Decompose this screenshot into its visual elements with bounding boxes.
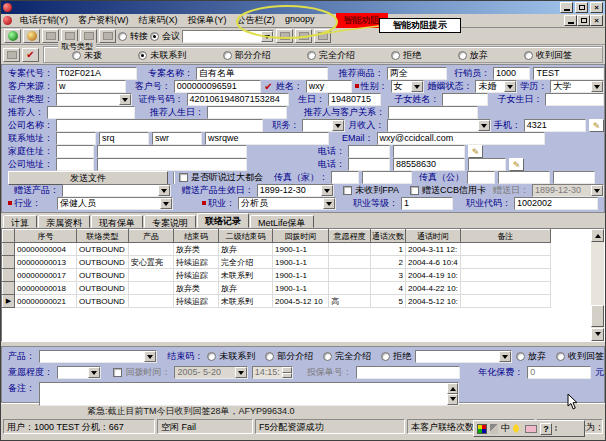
soft-keyboard-icon[interactable] [525, 425, 537, 433]
phone-office-input-1[interactable] [348, 158, 390, 171]
birthday-input[interactable]: 19480715 [328, 93, 381, 106]
column-header[interactable]: 通话次数 [371, 230, 406, 243]
product-input[interactable]: 两全 [387, 67, 447, 80]
fpa-checkbox[interactable]: 未收到FPA [343, 184, 399, 197]
chevron-down-icon[interactable] [144, 351, 156, 362]
endcode-option[interactable]: 未联系到 [207, 350, 255, 363]
ccb-checkbox[interactable]: 赠送CCB信用卡 [410, 184, 486, 197]
chevron-down-icon[interactable] [261, 31, 273, 42]
contact-addr-input-3[interactable]: swr [152, 132, 202, 145]
menu-item[interactable]: 公告栏(Z) [232, 13, 281, 28]
scroll-up-icon[interactable] [591, 229, 604, 242]
chevron-down-icon[interactable] [332, 120, 344, 131]
tab[interactable]: 现有保单 [91, 215, 143, 228]
dial-type-option[interactable]: 放弃 [458, 49, 488, 62]
source-input[interactable]: w [56, 80, 126, 93]
referrer-rel-input[interactable] [388, 106, 478, 119]
scrollbar-thumb[interactable] [591, 305, 604, 327]
callback-checkbox[interactable]: 回拨时间： [113, 366, 170, 379]
contact-addr-input-1[interactable] [56, 132, 96, 145]
tab[interactable]: 联络记录 [197, 213, 249, 228]
table-row[interactable]: 00000000018OUTBOUND放弃类放弃1900-1-142004-4-… [3, 282, 551, 295]
dial-button[interactable] [4, 29, 21, 43]
customer-no-input[interactable]: 000000096591 [174, 80, 262, 93]
column-header[interactable]: 序号 [15, 230, 77, 243]
policy-no-input[interactable] [356, 366, 460, 379]
phone-office-input-2[interactable]: 88558630 [393, 158, 465, 171]
chevron-down-icon[interactable] [158, 185, 170, 196]
mdi-restore-button[interactable] [577, 15, 590, 26]
table-row[interactable]: 00000000004OUTBOUND放弃类放弃1900-1-112004-3-… [3, 243, 551, 256]
child-name-input[interactable] [442, 93, 488, 106]
editor-product-combo[interactable] [39, 350, 157, 363]
industry-combo[interactable]: 保健人员 [57, 197, 173, 210]
menu-item[interactable]: gnoopy [280, 13, 320, 28]
ime-mode-indicator[interactable]: 中 [501, 422, 510, 435]
chevron-down-icon[interactable] [119, 94, 131, 105]
hangup-button[interactable] [23, 29, 40, 43]
mdi-close-button[interactable]: × [590, 15, 603, 26]
id-no-input[interactable]: 420106194807153284 [187, 93, 289, 106]
menu-item[interactable]: 电话行销(Y) [15, 13, 73, 28]
referrer-input[interactable] [47, 106, 135, 119]
menu-item[interactable]: 结束码(X) [134, 13, 183, 28]
ime-toolbar[interactable]: 中 ? [473, 420, 585, 437]
dial-type-option[interactable]: 完全介绍 [307, 49, 355, 62]
chevron-down-icon[interactable] [321, 185, 333, 196]
phone-home-input-1[interactable] [348, 145, 390, 158]
column-header[interactable]: 产品 [129, 230, 174, 243]
project-name-input[interactable]: 自有名单 [196, 67, 328, 80]
chevron-down-icon[interactable] [499, 351, 511, 362]
dial-type-option[interactable]: 收到回签 [524, 49, 572, 62]
occ-code-input[interactable]: 1002002 [514, 197, 598, 210]
contact-addr-input-2[interactable]: srq [99, 132, 149, 145]
column-header[interactable]: 意愿程度 [329, 230, 371, 243]
column-header[interactable]: 备注 [460, 230, 550, 243]
dial-type-option[interactable]: 未联系到 [138, 49, 186, 62]
chevron-down-icon[interactable] [323, 198, 335, 209]
child-birth-input[interactable] [545, 93, 604, 106]
column-header[interactable]: 二级结束码 [219, 230, 273, 243]
heard-checkbox[interactable]: 是否听说过大都会 [179, 171, 263, 184]
chevron-down-icon[interactable] [160, 198, 172, 209]
forward-button[interactable] [276, 29, 293, 43]
chevron-down-icon[interactable] [411, 81, 423, 92]
column-header[interactable]: 通话时间 [406, 230, 461, 243]
reject-reason-combo[interactable] [415, 350, 512, 363]
ime-brush-icon[interactable] [490, 424, 498, 434]
dial-type-option[interactable]: 部分介绍 [223, 49, 271, 62]
contact-addr-input-4[interactable]: wsrqwe [205, 132, 329, 145]
occ-level-input[interactable]: 1 [401, 197, 453, 210]
willing-combo[interactable] [57, 366, 101, 379]
edit-phone-office-button[interactable]: ✎ [509, 158, 524, 171]
chevron-down-icon[interactable] [591, 81, 603, 92]
close-button[interactable]: × [590, 2, 603, 13]
tab[interactable]: 专案说明 [144, 215, 196, 228]
minimize-button[interactable] [560, 2, 573, 13]
send-file-button[interactable]: 发送文件 [8, 171, 168, 185]
chevron-down-icon[interactable] [478, 120, 490, 131]
agent2-button[interactable] [99, 29, 116, 43]
fax-office-input-1[interactable] [467, 171, 495, 184]
scroll-down-icon[interactable] [591, 328, 604, 341]
fax-home-input-2[interactable] [362, 171, 412, 184]
agent-id-input[interactable]: 1000 [493, 67, 530, 80]
note-textarea[interactable] [39, 382, 459, 406]
fax-office-input-3[interactable] [553, 171, 595, 184]
company-addr-input-1[interactable] [56, 158, 94, 171]
chevron-down-icon[interactable] [88, 367, 100, 378]
premium-input[interactable]: 0 [527, 366, 591, 379]
half-full-width-icon[interactable] [513, 424, 522, 433]
fax-home-input-1[interactable] [331, 171, 359, 184]
name-input[interactable]: wxy [306, 80, 352, 93]
endcode-option[interactable]: 部分介绍 [265, 350, 313, 363]
chevron-down-icon[interactable] [504, 81, 516, 92]
column-header[interactable]: 联络类型 [77, 230, 129, 243]
income-combo[interactable] [387, 119, 491, 132]
email-input[interactable]: wxy@ccidcall.com [377, 132, 545, 145]
occupation-combo[interactable]: 分析员 [238, 197, 336, 210]
marriage-combo[interactable]: 未婚 [475, 80, 517, 93]
menu-item[interactable]: 投保单(Y) [183, 13, 232, 28]
ime-grip-handle[interactable] [555, 426, 557, 431]
endcode-option[interactable]: 完全介绍 [323, 350, 371, 363]
